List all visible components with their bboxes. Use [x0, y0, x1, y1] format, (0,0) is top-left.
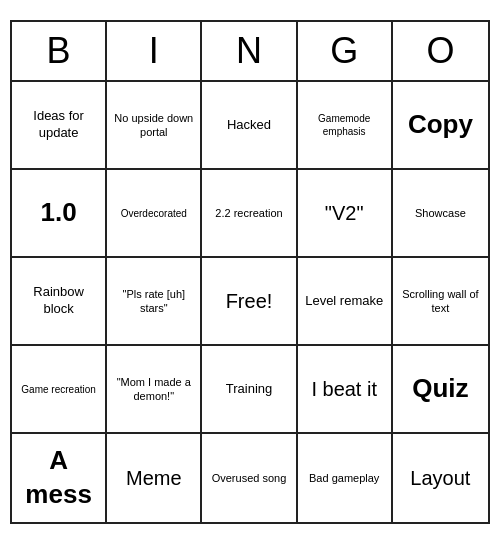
- cell-text: Quiz: [412, 372, 468, 406]
- bingo-cell: Hacked: [202, 82, 297, 170]
- bingo-cell: Free!: [202, 258, 297, 346]
- cell-text: Showcase: [415, 206, 466, 220]
- bingo-cell: Ideas for update: [12, 82, 107, 170]
- cell-text: Gamemode emphasis: [304, 112, 385, 138]
- cell-text: Training: [226, 381, 272, 398]
- cell-text: I beat it: [311, 376, 377, 402]
- cell-text: No upside down portal: [113, 111, 194, 140]
- cell-text: Overdecorated: [121, 207, 187, 220]
- cell-text: Overused song: [212, 471, 287, 485]
- cell-text: 2.2 recreation: [215, 206, 282, 220]
- bingo-cell: Level remake: [298, 258, 393, 346]
- bingo-cell: Overdecorated: [107, 170, 202, 258]
- bingo-cell: Quiz: [393, 346, 488, 434]
- cell-text: "Mom I made a demon!": [113, 375, 194, 404]
- bingo-cell: Game recreation: [12, 346, 107, 434]
- cell-text: Scrolling wall of text: [399, 287, 482, 316]
- cell-text: Hacked: [227, 117, 271, 134]
- bingo-header: BINGO: [12, 22, 488, 82]
- header-letter: N: [202, 22, 297, 80]
- cell-text: Free!: [226, 288, 273, 314]
- header-letter: I: [107, 22, 202, 80]
- cell-text: Game recreation: [21, 383, 95, 396]
- bingo-cell: Showcase: [393, 170, 488, 258]
- bingo-card: BINGO Ideas for updateNo upside down por…: [10, 20, 490, 524]
- cell-text: A mess: [18, 444, 99, 512]
- cell-text: Meme: [126, 465, 182, 491]
- bingo-cell: Meme: [107, 434, 202, 522]
- bingo-cell: "Pls rate [uh] stars": [107, 258, 202, 346]
- cell-text: "V2": [325, 200, 364, 226]
- header-letter: B: [12, 22, 107, 80]
- bingo-cell: Rainbow block: [12, 258, 107, 346]
- bingo-cell: A mess: [12, 434, 107, 522]
- cell-text: Level remake: [305, 293, 383, 310]
- cell-text: Layout: [410, 465, 470, 491]
- cell-text: Ideas for update: [18, 108, 99, 142]
- bingo-cell: Scrolling wall of text: [393, 258, 488, 346]
- bingo-cell: Layout: [393, 434, 488, 522]
- bingo-cell: I beat it: [298, 346, 393, 434]
- cell-text: Copy: [408, 108, 473, 142]
- bingo-cell: Bad gameplay: [298, 434, 393, 522]
- header-letter: G: [298, 22, 393, 80]
- bingo-cell: Copy: [393, 82, 488, 170]
- bingo-cell: Training: [202, 346, 297, 434]
- bingo-cell: Overused song: [202, 434, 297, 522]
- bingo-cell: No upside down portal: [107, 82, 202, 170]
- cell-text: 1.0: [41, 196, 77, 230]
- bingo-cell: 1.0: [12, 170, 107, 258]
- bingo-cell: "V2": [298, 170, 393, 258]
- cell-text: "Pls rate [uh] stars": [113, 287, 194, 316]
- bingo-cell: 2.2 recreation: [202, 170, 297, 258]
- header-letter: O: [393, 22, 488, 80]
- cell-text: Bad gameplay: [309, 471, 379, 485]
- cell-text: Rainbow block: [18, 284, 99, 318]
- bingo-grid: Ideas for updateNo upside down portalHac…: [12, 82, 488, 522]
- bingo-cell: "Mom I made a demon!": [107, 346, 202, 434]
- bingo-cell: Gamemode emphasis: [298, 82, 393, 170]
